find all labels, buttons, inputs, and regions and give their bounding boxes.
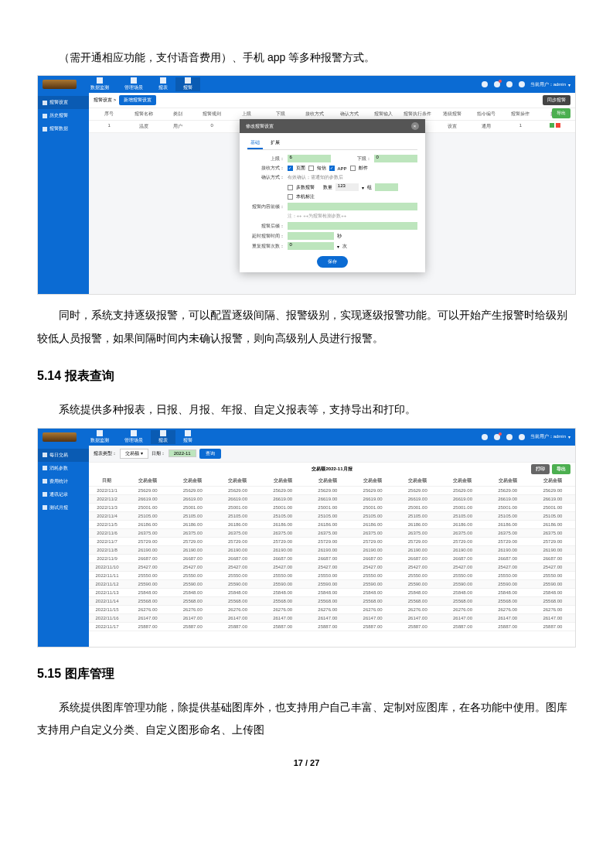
sidebar-item-consume[interactable]: 消耗参数 <box>38 462 89 475</box>
filter-bar: 报表类型：交易额 ▾ 日期：2022-11 查询 <box>89 446 575 463</box>
table-row: 2022/11/425105.0025105.0025105.0025105.0… <box>89 512 575 521</box>
sidebar-item-fee[interactable]: 费用统计 <box>38 475 89 488</box>
close-icon[interactable]: × <box>411 122 419 130</box>
suffix-input[interactable] <box>288 222 417 230</box>
lower-input[interactable]: 0 <box>374 155 417 162</box>
paragraph-escalation: 同时，系统支持逐级报警，可以配置逐级间隔、报警级别，实现逐级报警功能。可以开始产… <box>37 304 576 350</box>
chat-icon[interactable] <box>482 81 488 87</box>
table-row: 2022/11/1526276.0026276.0026276.0026276.… <box>89 606 575 614</box>
sync-alarm-button[interactable]: 同步报警 <box>543 95 570 105</box>
sidebar-item-alarm-config[interactable]: 报警设置 <box>38 96 89 109</box>
alarm-icon <box>185 77 191 84</box>
checkbox-dead[interactable] <box>288 194 293 200</box>
edit-alarm-modal: 修改报警设置 × 基础 扩展 上限：6下限：0 接收方式：页面短信APP邮件 确… <box>240 119 425 272</box>
table-row: 2022/11/1425568.0025568.0025568.0025568.… <box>89 597 575 606</box>
type-select[interactable]: 交易额 ▾ <box>120 449 148 459</box>
user-icon <box>519 434 525 440</box>
main-panel: 报表类型：交易额 ▾ 日期：2022-11 查询 交易额2022-11月报 打印… <box>89 446 575 647</box>
monitor-icon <box>97 77 103 84</box>
report-table: 日期交易金额交易金额交易金额交易金额交易金额交易金额交易金额交易金额交易金额交易… <box>89 476 575 647</box>
modal-header: 修改报警设置 × <box>240 119 425 133</box>
print-button[interactable]: 打印 <box>531 464 550 474</box>
table-row: 2022/11/926687.0026687.0026687.0026687.0… <box>89 555 575 563</box>
nav-monitor[interactable]: 数据监测 <box>83 77 117 91</box>
nav-scene[interactable]: 管理场景 <box>117 430 151 444</box>
doc-icon <box>43 453 47 457</box>
tab-ext[interactable]: 扩展 <box>267 138 283 149</box>
table-row: 2022/11/1325848.0025848.0025848.0025848.… <box>89 589 575 597</box>
topbar: 数据监测 管理场景 报表 报警 当前用户：admin ▾ <box>38 76 575 93</box>
paragraph-reports: 系统提供多种报表，日报、月报、年报、自定义报表等，支持导出和打印。 <box>37 398 576 421</box>
date-input[interactable]: 2022-11 <box>169 449 196 457</box>
prefix-input[interactable] <box>288 203 417 210</box>
checkbox-app[interactable] <box>329 166 335 171</box>
checkbox-page[interactable] <box>288 166 293 171</box>
delay-input[interactable] <box>288 232 334 240</box>
report-icon <box>160 430 166 436</box>
save-button[interactable]: 保存 <box>317 256 348 268</box>
logo <box>43 80 77 89</box>
repeat-input[interactable]: 0 <box>288 242 334 250</box>
multi-value-input[interactable]: 123 <box>335 183 359 191</box>
nav-monitor[interactable]: 数据监测 <box>83 430 117 444</box>
nav-report[interactable]: 报表 <box>151 77 175 91</box>
table-row: 2022/11/1626147.0026147.0026147.0026147.… <box>89 614 575 623</box>
table-row: 2022/11/1025427.0025427.0025427.0025427.… <box>89 563 575 572</box>
bell-icon[interactable] <box>494 434 500 440</box>
sidebar: 报警设置 历史报警 报警数据 <box>38 93 89 294</box>
table-header: 日期交易金额交易金额交易金额交易金额交易金额交易金额交易金额交易金额交易金额交易… <box>89 476 575 487</box>
gear-icon <box>43 101 47 105</box>
paragraph-alarm-methods: （需开通相应功能，支付语音费用）、手机 app 等多种报警方式。 <box>37 46 576 69</box>
table-row: 2022/11/226619.0026619.0026619.0026619.0… <box>89 495 575 504</box>
doc-icon <box>43 466 47 470</box>
user-label[interactable]: 当前用户：admin ▾ <box>516 433 570 440</box>
multi-group-input[interactable] <box>375 183 398 191</box>
user-icon <box>519 81 525 87</box>
export-button[interactable]: 导出 <box>552 464 570 474</box>
report-title: 交易额2022-11月报 打印 导出 <box>89 463 575 476</box>
user-label[interactable]: 当前用户：admin ▾ <box>516 81 570 88</box>
refresh-icon[interactable] <box>506 81 513 87</box>
chart-icon <box>43 127 47 132</box>
chat-icon[interactable] <box>482 434 488 440</box>
checkbox-multi[interactable] <box>288 185 293 190</box>
screenshot-alarm-config: 数据监测 管理场景 报表 报警 当前用户：admin ▾ 报警设置 历史报警 报… <box>37 75 576 295</box>
table-row: 2022/11/325001.0025001.0025001.0025001.0… <box>89 504 575 512</box>
table-row: 2022/11/1225590.0025590.0025590.0025590.… <box>89 580 575 589</box>
delete-icon[interactable] <box>556 123 560 128</box>
sidebar-item-history[interactable]: 历史报警 <box>38 109 89 122</box>
table-row: 2022/11/1725887.0025887.0025887.0025887.… <box>89 623 575 631</box>
query-button[interactable]: 查询 <box>199 449 221 459</box>
nav-scene[interactable]: 管理场景 <box>117 77 151 91</box>
scene-icon <box>131 430 137 436</box>
nav-alarm[interactable]: 报警 <box>175 430 200 444</box>
folder-icon <box>43 479 47 484</box>
monitor-icon <box>97 430 103 436</box>
checkbox-sms[interactable] <box>308 166 314 171</box>
doc-icon <box>43 505 47 510</box>
topbar: 数据监测 管理场景 报表 报警 当前用户：admin ▾ <box>38 429 575 446</box>
table-row: 2022/11/1125550.0025550.0025550.0025550.… <box>89 572 575 580</box>
chart-icon <box>43 114 47 118</box>
table-row: 2022/11/526186.0026186.0026186.0026186.0… <box>89 521 575 529</box>
refresh-icon[interactable] <box>506 434 513 440</box>
sidebar-item-data[interactable]: 报警数据 <box>38 122 89 135</box>
bell-icon[interactable] <box>494 81 500 87</box>
modal-tabs: 基础 扩展 <box>247 138 417 150</box>
breadcrumb: 报警设置 > 新增报警设置 <box>89 93 575 108</box>
heading-5-15: 5.15 图库管理 <box>37 666 576 682</box>
upper-input[interactable]: 6 <box>288 155 331 162</box>
sidebar: 每日交易 消耗参数 费用统计 通讯记录 测试月报 <box>38 446 89 647</box>
sidebar-item-comm[interactable]: 通讯记录 <box>38 488 89 501</box>
export-button[interactable]: 导出 <box>552 108 570 118</box>
tab-basic[interactable]: 基础 <box>247 138 263 149</box>
add-alarm-button[interactable]: 新增报警设置 <box>119 95 156 105</box>
sidebar-item-daily[interactable]: 每日交易 <box>38 449 89 462</box>
checkbox-email[interactable] <box>350 166 356 171</box>
edit-icon[interactable] <box>550 123 554 128</box>
nav-alarm[interactable]: 报警 <box>175 77 200 91</box>
alarm-icon <box>185 430 191 436</box>
main-panel: 报警设置 > 新增报警设置 同步报警 导出 序号报警名称类别报警规则上限下限接收… <box>89 93 575 294</box>
sidebar-item-test[interactable]: 测试月报 <box>38 501 89 514</box>
nav-report[interactable]: 报表 <box>151 430 175 444</box>
